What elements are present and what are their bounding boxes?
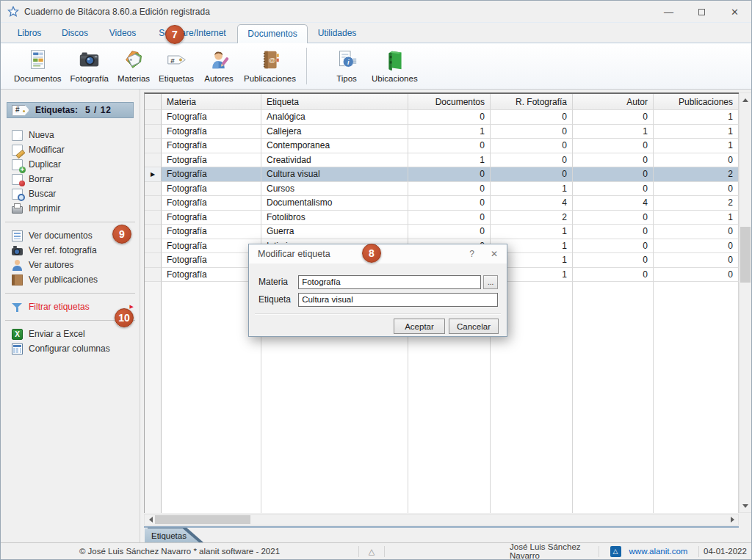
cell-publicaciones: 2 <box>654 167 739 182</box>
scroll-down-arrow[interactable] <box>740 500 751 512</box>
tab-documentos[interactable]: Documentos <box>237 24 308 43</box>
sidebar-item-label: Modificar <box>29 145 65 155</box>
tab-videos[interactable]: Videos <box>98 24 148 43</box>
sidebar-separator <box>5 293 135 294</box>
cell-materia: Fotografía <box>162 153 261 168</box>
sidebar-item[interactable]: Nueva <box>1 128 140 142</box>
cell-publicaciones: 0 <box>654 239 739 254</box>
sidebar-item[interactable]: Ver ref. fotografía <box>1 243 140 258</box>
etiqueta-input[interactable] <box>298 293 498 307</box>
sidebar-item[interactable]: Buscar <box>1 186 140 201</box>
info-page-icon: i <box>336 49 358 73</box>
table-row[interactable]: ▶ Fotografía Cursos 0 1 0 0 <box>145 182 739 197</box>
table-row[interactable]: ▶ Fotografía Callejera 1 0 1 1 <box>145 125 739 139</box>
cell-autor: 0 <box>573 167 654 182</box>
cell-materia: Fotografía <box>162 139 261 153</box>
maximize-button[interactable] <box>685 1 718 23</box>
row-selector: ▶ <box>145 268 162 283</box>
toolbar-button-ubicaciones[interactable]: Ubicaciones <box>367 44 422 88</box>
toolbar-button-publicaciones[interactable]: @ Publicaciones <box>239 44 300 88</box>
sidebar-item[interactable]: Modificar <box>1 142 140 157</box>
sidebar-group-actions: Nueva Modificar Duplicar Borrar Buscar <box>1 128 140 216</box>
cell-materia: Fotografía <box>162 268 261 283</box>
cell-r-fotografia: 0 <box>491 110 573 125</box>
table-row[interactable]: ▶ Fotografía Analógica 0 0 0 1 <box>145 110 739 125</box>
sidebar-item[interactable]: Ver publicaciones <box>1 272 140 287</box>
cell-publicaciones: 0 <box>654 268 739 283</box>
header-etiqueta[interactable]: Etiqueta <box>261 94 408 110</box>
header-materia[interactable]: Materia <box>162 94 261 110</box>
scroll-right-arrow[interactable] <box>726 514 738 525</box>
sidebar-separator <box>5 222 135 222</box>
horizontal-scrollbar[interactable] <box>144 514 739 526</box>
table-row[interactable]: ▶ Fotografía Creatividad 1 0 0 0 <box>145 153 739 168</box>
tab-discos[interactable]: Discos <box>52 24 98 43</box>
cell-documentos: 0 <box>408 225 491 239</box>
vertical-scroll-thumb[interactable] <box>740 227 751 283</box>
table-row[interactable]: ▶ Fotografía Documentalismo 0 4 4 2 <box>145 196 739 211</box>
table-row[interactable]: ▶ Fotografía Fotolibros 0 2 0 1 <box>145 211 739 225</box>
toolbar-button-tipos[interactable]: i Tipos <box>326 44 367 88</box>
cell-autor: 4 <box>573 196 654 211</box>
app-window: Cuaderno de Bitácora 8.60.a Edición regi… <box>0 0 752 560</box>
sidebar-item-label: Ver publicaciones <box>29 274 98 285</box>
sidebar-item-label: Ver documentos <box>29 230 93 241</box>
minimize-button[interactable]: — <box>652 1 685 23</box>
toolbar-button-fotografia[interactable]: Fotografía <box>66 44 113 88</box>
cell-autor: 0 <box>573 253 654 268</box>
header-autor[interactable]: Autor <box>573 94 654 110</box>
tab-utilidades[interactable]: Utilidades <box>308 24 366 43</box>
table-row[interactable]: ▶ Fotografía Contemporanea 0 0 0 1 <box>145 139 739 153</box>
header-documentos[interactable]: Documentos <box>408 94 491 110</box>
view-tab-strip: Etiquetas <box>144 526 739 542</box>
alanit-section: △ www.alanit.com <box>599 543 698 559</box>
status-date: 04-01-2022 <box>699 543 751 559</box>
sidebar-item[interactable]: Duplicar <box>1 157 140 172</box>
dialog-close-button[interactable]: ✕ <box>491 249 498 259</box>
accept-button[interactable]: Aceptar <box>394 319 445 334</box>
toolbar-button-autores[interactable]: Autores <box>198 44 239 88</box>
cell-documentos: 0 <box>408 196 491 211</box>
status-spacer <box>385 543 510 559</box>
scroll-up-arrow[interactable] <box>740 94 751 106</box>
cell-r-fotografia: 1 <box>491 225 573 239</box>
vertical-scrollbar[interactable] <box>739 92 752 513</box>
cancel-button[interactable]: Cancelar <box>449 319 499 334</box>
header-publicaciones[interactable]: Publicaciones <box>654 94 739 110</box>
sidebar-item[interactable]: Imprimir <box>1 201 140 216</box>
close-button[interactable]: ✕ <box>718 1 751 23</box>
sidebar-item[interactable]: Ver autores <box>1 258 140 272</box>
cell-materia: Fotografía <box>162 196 261 211</box>
annotation-badge-10: 10 <box>115 308 134 327</box>
window-title: Cuaderno de Bitácora 8.60.a Edición regi… <box>24 7 210 17</box>
horizontal-scroll-thumb[interactable] <box>155 515 250 524</box>
sidebar-header: Etiquetas: 5 / 12 <box>7 102 134 118</box>
cell-autor: 0 <box>573 153 654 168</box>
table-row[interactable]: ▶ Fotografía Guerra 0 1 0 0 <box>145 225 739 239</box>
row-selector: ▶ <box>145 211 162 225</box>
etiqueta-field-row: Etiqueta <box>258 292 498 307</box>
annotation-badge-7: 7 <box>165 25 184 44</box>
sidebar-item[interactable]: Enviar a Excel <box>1 327 140 341</box>
row-selector: ▶ <box>145 110 162 125</box>
header-r-fotografia[interactable]: R. Fotografía <box>491 94 573 110</box>
alanit-link[interactable]: www.alanit.com <box>629 547 688 556</box>
tab-software-internet[interactable]: Software/Internet <box>148 24 237 43</box>
materia-input[interactable] <box>298 275 481 289</box>
browse-button[interactable]: ... <box>483 275 498 289</box>
header-selector[interactable] <box>145 94 162 110</box>
dialog-help-button[interactable]: ? <box>469 249 474 259</box>
cell-publicaciones: 1 <box>654 110 739 125</box>
annotation-badge-8: 8 <box>362 244 381 263</box>
cell-publicaciones: 0 <box>654 182 739 197</box>
toolbar-button-etiquetas[interactable]: # Etiquetas <box>154 44 198 88</box>
table-row[interactable]: ▶ Fotografía Cultura visual 0 0 0 2 <box>145 167 739 182</box>
tab-libros[interactable]: Libros <box>7 24 52 43</box>
toolbar-button-materias[interactable]: Materias <box>113 44 154 88</box>
tab-etiquetas[interactable]: Etiquetas <box>145 528 199 542</box>
toolbar-separator <box>306 48 307 84</box>
sidebar-item[interactable]: Borrar <box>1 172 140 186</box>
toolbar-button-documentos[interactable]: Documentos <box>10 44 66 88</box>
svg-text:#: # <box>170 57 175 65</box>
sidebar-item[interactable]: Configurar columnas <box>1 341 140 356</box>
